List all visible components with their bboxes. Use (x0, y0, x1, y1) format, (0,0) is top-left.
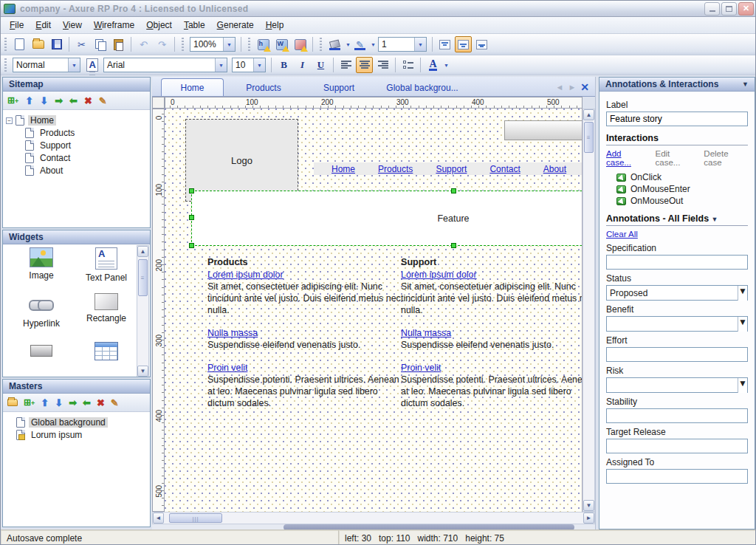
tree-item-products[interactable]: Products (25, 127, 147, 139)
resize-handle-middle-left[interactable] (189, 215, 194, 220)
collapse-expander-icon[interactable]: − (6, 117, 13, 124)
stability-input[interactable] (606, 408, 748, 423)
resize-handle-top-left[interactable] (189, 188, 194, 193)
tab-scroll-right-icon[interactable]: ► (568, 83, 576, 92)
bold-button[interactable]: B (275, 57, 292, 73)
line-color-button[interactable]: ✎ (351, 36, 368, 52)
chevron-down-icon[interactable]: ▼ (712, 216, 718, 223)
canvas-hscrollbar-thumb[interactable]: ||| (169, 513, 222, 523)
delete-page-button[interactable]: ✖ (84, 96, 92, 106)
target-release-input[interactable] (606, 439, 748, 453)
status-select[interactable]: Proposed ▼ (606, 285, 748, 301)
chevron-down-icon[interactable]: ▼ (223, 38, 235, 51)
chevron-down-icon[interactable]: ▼ (444, 63, 449, 68)
wireframe-link[interactable]: Nulla massa (401, 327, 451, 339)
scroll-left-icon[interactable]: ◄ (153, 513, 164, 524)
risk-select[interactable]: ▼ (606, 377, 748, 393)
widget-hyperlink[interactable]: Hyperlink (9, 293, 74, 329)
menu-wireframe[interactable]: Wireframe (88, 18, 140, 32)
chevron-down-icon[interactable]: ▼ (215, 58, 227, 72)
outdent-button[interactable]: ⬅ (69, 96, 78, 106)
generate-spec-button[interactable]: W (273, 36, 290, 52)
chevron-down-icon[interactable]: ▼ (346, 42, 351, 47)
chevron-down-icon[interactable]: ▼ (253, 58, 265, 72)
widget-button[interactable] (9, 339, 74, 360)
add-case-link[interactable]: Add case... (606, 149, 648, 167)
wireframe-link[interactable]: Nulla massa (207, 327, 258, 339)
toolbar-grip[interactable] (180, 38, 185, 51)
paste-button[interactable] (110, 36, 127, 52)
toolbar-grip[interactable] (3, 38, 8, 51)
widget-rectangle[interactable]: Rectangle (74, 293, 139, 329)
close-button[interactable]: ✕ (738, 2, 754, 16)
canvas-vertical-scrollbar[interactable]: ▲ ≡ ▼ (583, 109, 595, 512)
chevron-down-icon[interactable]: ▼ (738, 286, 747, 301)
wireframe-canvas[interactable]: Logo Home Products Support Contact About… (165, 109, 583, 512)
wireframe-link[interactable]: Proin velit (401, 362, 441, 374)
fill-color-button[interactable] (326, 36, 343, 52)
menu-view[interactable]: View (57, 18, 88, 32)
valign-middle-button[interactable] (455, 36, 472, 52)
products-column-widget[interactable]: Products Lorem ipsum dolor Sit amet, con… (207, 256, 405, 420)
menu-table[interactable]: Table (178, 18, 211, 32)
specification-input[interactable] (606, 255, 748, 270)
tab-scroll-left-icon[interactable]: ◄ (555, 83, 563, 92)
event-onclick[interactable]: OnClick (616, 171, 748, 183)
save-button[interactable] (48, 36, 65, 52)
restore-button[interactable] (721, 2, 737, 16)
widget-image[interactable]: Image (9, 247, 74, 283)
toolbar-grip[interactable] (318, 38, 323, 51)
wireframe-link[interactable]: Lorem ipsum dolor (401, 269, 477, 281)
line-weight-combobox[interactable]: 1 ▼ (378, 37, 427, 52)
tab-home[interactable]: Home (161, 78, 224, 96)
style-editor-button[interactable] (83, 57, 100, 73)
indent-button[interactable]: ➡ (55, 96, 63, 106)
chevron-down-icon[interactable]: ▼ (738, 317, 747, 332)
wireframe-link[interactable]: Proin velit (207, 362, 247, 374)
toolbar-grip[interactable] (3, 58, 8, 72)
event-onmouseout[interactable]: OnMouseOut (616, 195, 748, 207)
toolbar-grip[interactable] (247, 38, 252, 51)
tree-item-home[interactable]: − Home (6, 114, 147, 126)
nav-link-products[interactable]: Products (378, 164, 413, 174)
label-input[interactable] (606, 112, 748, 126)
new-folder-button[interactable] (7, 398, 18, 408)
generate-prototype-button[interactable]: h (255, 36, 272, 52)
clear-all-link[interactable]: Clear All (606, 230, 638, 239)
tab-close-icon[interactable]: ✕ (580, 81, 589, 93)
font-size-combobox[interactable]: 10 ▼ (232, 58, 266, 72)
panel-menu-icon[interactable]: ▼ (742, 80, 749, 88)
resize-handle-top-middle[interactable] (451, 188, 456, 193)
chevron-down-icon[interactable]: ▼ (414, 38, 426, 51)
effort-input[interactable] (606, 347, 748, 362)
nav-link-home[interactable]: Home (331, 164, 355, 174)
align-left-button[interactable] (337, 57, 354, 73)
move-up-button[interactable]: ⬆ (41, 398, 49, 408)
edit-master-button[interactable]: ✎ (111, 398, 119, 408)
tab-global-background[interactable]: Global backgrou... (374, 80, 470, 96)
edit-page-button[interactable]: ✎ (99, 96, 107, 106)
scroll-down-icon[interactable]: ▼ (137, 366, 148, 377)
menu-file[interactable]: File (4, 18, 30, 32)
copy-button[interactable] (92, 36, 109, 52)
tab-support[interactable]: Support (303, 80, 374, 96)
nav-menu-widget[interactable]: Home Products Support Contact About (314, 162, 583, 175)
chevron-down-icon[interactable]: ▼ (371, 42, 376, 47)
outdent-button[interactable]: ⬅ (83, 398, 91, 408)
generate-export-button[interactable] (292, 36, 309, 52)
align-center-button[interactable] (356, 57, 373, 73)
scroll-up-icon[interactable]: ▲ (583, 109, 594, 120)
master-item-lorum-ipsum[interactable]: Lorum ipsum (16, 429, 147, 441)
support-column-widget[interactable]: Support Lorem ipsum dolor Sit amet, cons… (401, 256, 583, 420)
chevron-down-icon[interactable]: ▼ (68, 58, 80, 72)
align-right-button[interactable] (374, 57, 391, 73)
menu-generate[interactable]: Generate (211, 18, 260, 32)
bullet-list-button[interactable] (399, 57, 416, 73)
undo-button[interactable]: ↶ (135, 36, 152, 52)
nav-link-contact[interactable]: Contact (489, 164, 520, 174)
chevron-down-icon[interactable]: ▼ (738, 378, 747, 393)
nav-link-about[interactable]: About (543, 164, 566, 174)
tree-item-support[interactable]: Support (25, 140, 147, 151)
new-button[interactable] (11, 36, 28, 52)
delete-case-link[interactable]: Delete case (704, 149, 748, 167)
